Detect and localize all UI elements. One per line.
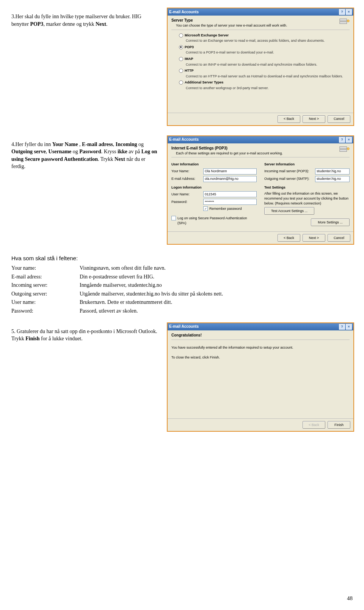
svg-point-5	[347, 148, 349, 150]
field-row: E-mail adress:Din e-postadresse utlevert…	[11, 273, 353, 281]
next-button[interactable]: Next >	[303, 115, 325, 123]
svg-rect-1	[340, 22, 347, 24]
more-settings-button[interactable]: More Settings ...	[311, 219, 350, 226]
field-row: Incoming server:Inngående mailserver, st…	[11, 281, 353, 289]
logon-info-heading: Logon Information	[171, 185, 257, 190]
step4-row: 4.Her fyller du inn Your Name , E-mail a…	[11, 135, 353, 245]
congrats-line2: To close the wizard, click Finish.	[171, 355, 350, 360]
your-name-label: Your Name:	[171, 169, 202, 174]
step3-text: 3.Her skal du fylle inn hvilke type mail…	[11, 8, 159, 126]
back-button[interactable]: < Back	[278, 234, 300, 242]
radio-additional[interactable]: Additional Server Types	[179, 80, 350, 85]
next-button[interactable]: Next >	[303, 234, 325, 242]
help-button[interactable]: ?	[339, 324, 345, 330]
username-label: User Name:	[171, 192, 202, 197]
dialog-title: E-mail Accounts	[169, 9, 199, 15]
password-input[interactable]: *******	[203, 199, 257, 205]
email-input[interactable]: ola.nordmann@hig.no	[203, 176, 257, 182]
spa-checkbox[interactable]	[171, 216, 176, 220]
radio-pop3[interactable]: POP3	[179, 45, 350, 50]
help-button[interactable]: ?	[339, 137, 345, 143]
cancel-button[interactable]: Cancel	[328, 115, 350, 123]
email-label: E-mail Address:	[171, 176, 202, 181]
radio-imap[interactable]: IMAP	[179, 57, 350, 61]
titlebar: E-mail Accounts ? ×	[168, 136, 353, 143]
pop3-input[interactable]: studenter.hig.no	[315, 168, 350, 175]
titlebar: E-mail Accounts ? ×	[168, 8, 353, 16]
server-type-options: Microsoft Exchange Server Connect to an …	[171, 33, 350, 91]
help-button[interactable]: ?	[339, 9, 345, 15]
svg-rect-0	[340, 19, 347, 21]
dialog-heading: Congratulations!	[171, 333, 350, 338]
svg-point-2	[347, 20, 349, 22]
radio-http[interactable]: HTTP	[179, 68, 350, 73]
fields-heading: Hva som skal stå i feltene:	[11, 254, 353, 262]
back-button: < Back	[303, 421, 325, 429]
close-button[interactable]: ×	[346, 324, 352, 330]
close-button[interactable]: ×	[346, 9, 352, 15]
dialog-title: E-mail Accounts	[169, 324, 199, 329]
email-accounts-dialog-finish: E-mail Accounts ? × Congratulations! You…	[167, 322, 354, 432]
test-settings-heading: Test Settings	[264, 185, 350, 190]
field-row: Password:Passord, utlevert av skolen.	[11, 307, 353, 315]
remember-password-label: Remember password	[209, 206, 242, 211]
radio-exchange[interactable]: Microsoft Exchange Server	[179, 33, 350, 38]
dialog-heading: Internet E-mail Settings (POP3)	[171, 146, 283, 151]
svg-rect-3	[340, 146, 347, 149]
dialog-heading: Server Type	[171, 18, 287, 23]
test-account-button[interactable]: Test Account Settings ...	[264, 207, 314, 215]
field-row: Outgoing server:Utgående mailserver, stu…	[11, 290, 353, 298]
step3-row: 3.Her skal du fylle inn hvilke type mail…	[11, 8, 353, 126]
dialog-subheading: You can choose the type of server your n…	[176, 23, 287, 28]
step4-text: 4.Her fyller du inn Your Name , E-mail a…	[11, 135, 159, 245]
server-info-heading: Server Information	[264, 162, 350, 167]
pop3-label: Incoming mail server (POP3):	[264, 169, 314, 174]
field-row: User name:Brukernavn. Dette er studentnu…	[11, 299, 353, 306]
server-icon	[339, 146, 350, 152]
dialog-title: E-mail Accounts	[169, 137, 199, 142]
svg-rect-4	[340, 149, 347, 151]
titlebar: E-mail Accounts ? ×	[168, 323, 353, 330]
smtp-input[interactable]: studenter.hig.no	[315, 176, 350, 182]
dialog-subheading: Each of these settings are required to g…	[176, 151, 283, 156]
step5-text: 5. Gratulerer du har nå satt opp din e-p…	[11, 322, 159, 432]
close-button[interactable]: ×	[346, 137, 352, 143]
server-icon	[339, 18, 350, 25]
email-accounts-dialog-pop3: E-mail Accounts ? × Internet E-mail Sett…	[167, 135, 354, 245]
spa-label: Log on using Secure Password Authenticat…	[177, 216, 257, 225]
your-name-input[interactable]: Ola Nordmann	[203, 168, 257, 175]
email-accounts-dialog-servertype: E-mail Accounts ? × Server Type You can …	[167, 8, 354, 126]
password-label: Password:	[171, 200, 202, 204]
finish-button[interactable]: Finish	[328, 421, 350, 429]
smtp-label: Outgoing mail server (SMTP):	[264, 176, 314, 181]
cancel-button[interactable]: Cancel	[328, 234, 350, 242]
remember-password-checkbox[interactable]: ✓	[203, 206, 208, 211]
congrats-line1: You have successfully entered all the in…	[171, 345, 350, 350]
username-input[interactable]: 012345	[203, 191, 257, 197]
back-button[interactable]: < Back	[278, 115, 300, 123]
field-row: Your name:Visningsnavn, som oftest ditt …	[11, 264, 353, 272]
test-settings-text: After filling out the information on thi…	[264, 191, 350, 206]
fields-table: Your name:Visningsnavn, som oftest ditt …	[11, 264, 353, 315]
user-info-heading: User Information	[171, 162, 257, 167]
step5-row: 5. Gratulerer du har nå satt opp din e-p…	[11, 322, 353, 432]
